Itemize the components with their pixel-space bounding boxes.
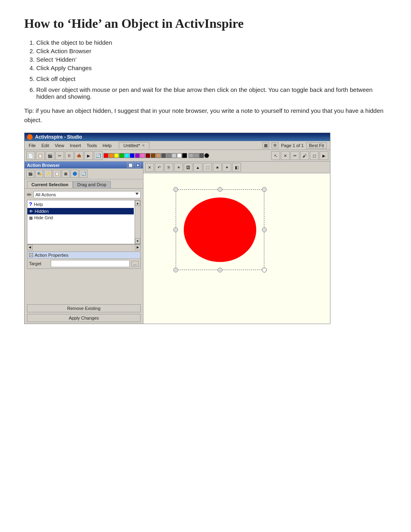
scroll-left-btn[interactable]: ◀ — [27, 245, 33, 250]
target-browse-btn[interactable]: ... — [131, 261, 139, 267]
handle-bot-right[interactable] — [262, 268, 267, 272]
panel-tool-6[interactable]: 🔵 — [71, 170, 79, 178]
tip-text: Tip: if you have an object hidden, I sug… — [24, 106, 387, 125]
swatch-dot2[interactable] — [194, 153, 199, 158]
main-toolbar: 📄 📋 🎬 ✂ ⎘ 📥 ▶ 🔄 — [25, 150, 330, 162]
menu-tools[interactable]: Tools — [84, 142, 100, 149]
more-tool[interactable]: ▶ — [320, 151, 328, 160]
swatch-darkred[interactable] — [145, 153, 150, 158]
swatch-dot3[interactable] — [199, 153, 204, 158]
all-actions-label: All Actions — [35, 192, 56, 197]
toolbar-btn-1[interactable]: 📄 — [26, 151, 35, 160]
swatch-orange[interactable] — [109, 153, 114, 158]
title-bar: ActivInspire - Studio — [25, 133, 330, 141]
pen-tool[interactable]: ✏ — [291, 151, 299, 160]
swatch-dot4[interactable] — [204, 153, 209, 158]
steps-list: Click the object to be hidden Click Acti… — [36, 39, 387, 71]
doc-tab[interactable]: Untitled* ✕ — [119, 142, 149, 149]
canvas-tool-x[interactable]: ✕ — [145, 163, 154, 172]
swatch-pink[interactable] — [140, 153, 145, 158]
swatch-blue[interactable] — [130, 153, 135, 158]
action-hidden[interactable]: 👁 Hidden — [27, 208, 134, 214]
tool-2[interactable]: ✕ — [281, 151, 290, 160]
tab-drag-drop[interactable]: Drag and Drop — [73, 181, 111, 188]
handle-mid-right[interactable] — [262, 227, 267, 232]
swatch-brown[interactable] — [151, 153, 156, 158]
toolbar-btn-6[interactable]: 📥 — [75, 151, 83, 160]
handle-mid-left[interactable] — [173, 227, 178, 232]
panel-tool-7[interactable]: 🔄 — [79, 170, 87, 178]
swatch-dot1[interactable] — [189, 153, 193, 158]
handle-bot-left[interactable] — [173, 268, 178, 272]
swatch-tan[interactable] — [156, 153, 161, 158]
actions-dropdown-btn[interactable]: All Actions — [33, 191, 141, 198]
toolbar-btn-8[interactable]: 🔄 — [94, 151, 103, 160]
swatch-yellow[interactable] — [114, 153, 119, 158]
swatch-white[interactable] — [177, 153, 182, 158]
tab-close-btn[interactable]: ✕ — [142, 143, 145, 148]
swatch-green[interactable] — [119, 153, 124, 158]
menu-view[interactable]: View — [52, 142, 67, 149]
apply-changes-btn[interactable]: Apply Changes — [27, 314, 141, 322]
toolbar-btn-3[interactable]: 🎬 — [46, 151, 54, 160]
toolbar-btn-7[interactable]: ▶ — [84, 151, 93, 160]
canvas-tool-sun[interactable]: ☀ — [174, 163, 183, 172]
swatch-purple[interactable] — [135, 153, 140, 158]
swatch-black[interactable] — [182, 153, 187, 158]
scroll-right-btn[interactable]: ▶ — [135, 245, 141, 250]
toolbar-btn-2[interactable]: 📋 — [36, 151, 45, 160]
panel-tool-4[interactable]: 📋 — [53, 170, 61, 178]
panel-tool-1[interactable]: 🎬 — [26, 170, 34, 178]
canvas-tool-copy[interactable]: ⎘ — [164, 163, 173, 172]
canvas-tool-star1[interactable]: ★ — [213, 163, 222, 172]
target-input[interactable] — [51, 260, 130, 267]
canvas-tool-7[interactable]: ⬚ — [203, 163, 212, 172]
red-circle[interactable] — [184, 197, 256, 262]
select-tool[interactable]: ↖ — [271, 151, 280, 160]
actions-icon: ✏ — [27, 191, 32, 198]
canvas-tool-triangle[interactable]: ▲ — [193, 163, 202, 172]
swatch-gray[interactable] — [166, 153, 171, 158]
canvas-toolbar: ✕ ↶ ⎘ ☀ 🖼 ▲ ⬚ ★ ✦ ◧ — [143, 162, 330, 173]
handle-top-left[interactable] — [173, 187, 178, 192]
actions-dropdown[interactable]: ✏ All Actions — [27, 191, 141, 198]
menu-file[interactable]: File — [26, 142, 38, 149]
remove-existing-btn[interactable]: Remove Existing — [27, 304, 141, 312]
list-scrollbar-v[interactable]: ▲ ▼ — [135, 200, 140, 244]
handle-top-mid[interactable] — [218, 187, 222, 192]
canvas-tool-9[interactable]: ◧ — [232, 163, 241, 172]
grid-icon[interactable]: ▦ — [262, 142, 269, 148]
best-fit-btn[interactable]: Best Fit — [306, 142, 327, 149]
toolbar-btn-5[interactable]: ⎘ — [65, 151, 74, 160]
marker-tool[interactable]: 🖌 — [300, 151, 309, 160]
panel-close-btn[interactable]: ● — [135, 162, 141, 168]
canvas-tool-undo[interactable]: ↶ — [155, 163, 164, 172]
canvas-tool-5[interactable]: 🖼 — [184, 163, 193, 172]
action-hide-grid[interactable]: ▦ Hide Grid — [27, 214, 134, 221]
eraser-tool[interactable]: ◻ — [310, 151, 319, 160]
handle-bot-mid[interactable] — [218, 268, 222, 272]
settings-icon[interactable]: ⚙ — [272, 142, 278, 148]
swatch-ltgray[interactable] — [172, 153, 176, 158]
menu-edit[interactable]: Edit — [39, 142, 52, 149]
menu-bar[interactable]: File Edit View Insert Tools Help Untitle… — [25, 141, 330, 150]
swatch-darkgray[interactable] — [161, 153, 166, 158]
scroll-down-btn[interactable]: ▼ — [135, 238, 140, 244]
toolbar-btn-4[interactable]: ✂ — [55, 151, 64, 160]
list-scrollbar-h[interactable]: ◀ ▶ — [27, 244, 141, 250]
menu-help[interactable]: Help — [100, 142, 114, 149]
handle-top-right[interactable] — [262, 187, 267, 192]
swatch-red[interactable] — [104, 153, 108, 158]
circle-container[interactable] — [176, 189, 264, 270]
panel-tool-5[interactable]: ▦ — [62, 170, 70, 178]
panel-tool-2[interactable]: 🎭 — [35, 170, 43, 178]
scroll-up-btn[interactable]: ▲ — [135, 200, 140, 206]
menu-insert[interactable]: Insert — [67, 142, 83, 149]
action-help[interactable]: ? Help — [27, 200, 134, 208]
panel-menu-btn[interactable]: ▦ — [127, 162, 134, 168]
collapse-icon[interactable]: − — [29, 253, 33, 257]
canvas-tool-star2[interactable]: ✦ — [222, 163, 231, 172]
panel-tool-3[interactable]: ⚡ — [44, 170, 52, 178]
swatch-cyan[interactable] — [125, 153, 129, 158]
tab-current-selection[interactable]: Current Selection — [27, 181, 73, 188]
